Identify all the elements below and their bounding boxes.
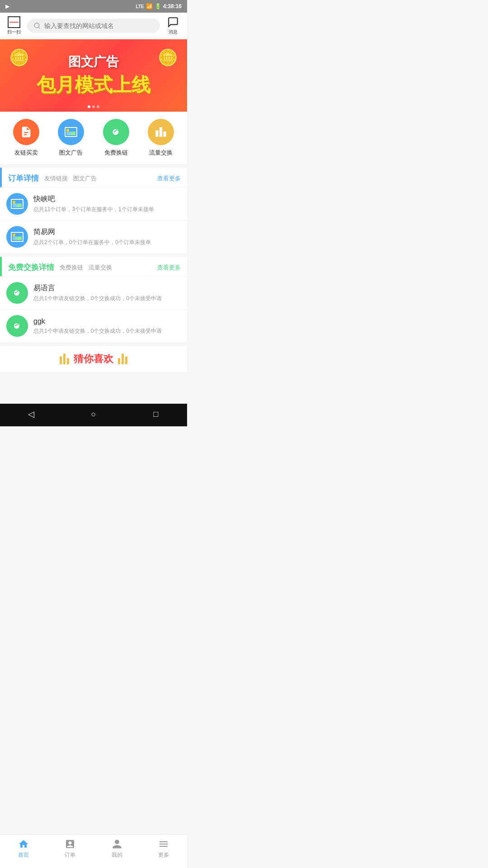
coin-left-icon: 🪙 <box>9 48 29 67</box>
youchain-label: 友链买卖 <box>14 149 38 157</box>
banner-dot-1 <box>88 105 90 108</box>
quick-actions: 友链买卖 图文广告 免费换链 流量交换 <box>0 112 187 164</box>
exchange-desc-1: 总共1个申请友链交换，0个交换成功，0个未接受申请 <box>33 327 181 335</box>
order-section: 订单详情 友情链接 图文广告 查看更多 快峡吧 总共11个订单，3个订单在服务中… <box>0 168 187 253</box>
exchange-section-header: 免费交换详情 免费换链 流量交换 查看更多 <box>0 257 187 276</box>
exchange-tab-1[interactable]: 免费换链 <box>60 264 83 272</box>
liuliang-label: 流量交换 <box>149 149 173 157</box>
recommend-left-bars <box>60 354 69 364</box>
android-nav-bar: ◁ ○ □ <box>0 404 187 426</box>
order-name-1: 简易网 <box>33 227 181 237</box>
bar-3 <box>67 358 69 364</box>
order-desc-1: 总共2个订单，0个订单在服务中，0个订单未接单 <box>33 239 181 246</box>
order-name-0: 快峡吧 <box>33 194 181 204</box>
coin-right-icon: 🪙 <box>158 48 178 67</box>
exchange-icon-0 <box>6 282 28 304</box>
bar-1 <box>60 356 62 364</box>
banner-content: 图文广告 包月模式上线 <box>37 53 150 98</box>
order-section-title: 订单详情 <box>8 173 39 184</box>
order-tab-2[interactable]: 图文广告 <box>73 175 97 183</box>
android-recent-button[interactable]: □ <box>150 408 162 420</box>
exchange-desc-0: 总共1个申请友链交换，0个交换成功，0个未接受申请 <box>33 295 181 302</box>
order-tab-1[interactable]: 友情链接 <box>44 175 68 183</box>
action-mianhuan[interactable]: 免费换链 <box>103 119 129 157</box>
search-input[interactable] <box>44 22 154 29</box>
svg-line-1 <box>38 27 40 28</box>
youchain-icon <box>13 119 39 145</box>
liuliang-icon <box>148 119 174 145</box>
action-youchain[interactable]: 友链买卖 <box>13 119 39 157</box>
order-desc-0: 总共11个订单，3个订单在服务中，1个订单未接单 <box>33 206 181 213</box>
tuwen-label: 图文广告 <box>59 149 83 157</box>
action-tuwen[interactable]: 图文广告 <box>58 119 84 157</box>
lte-icon: LTE <box>136 4 144 9</box>
search-bar[interactable] <box>27 19 160 33</box>
message-button[interactable]: 消息 <box>164 16 183 35</box>
svg-point-0 <box>34 23 39 28</box>
order-item-0[interactable]: 快峡吧 总共11个订单，3个订单在服务中，1个订单未接单 <box>0 187 187 220</box>
exchange-info-1: ggk 总共1个申请友链交换，0个交换成功，0个未接受申请 <box>33 317 181 335</box>
exchange-item-1[interactable]: ggk 总共1个申请友链交换，0个交换成功，0个未接受申请 <box>0 309 187 342</box>
tuwen-icon <box>58 119 84 145</box>
banner-dot-3 <box>97 105 99 108</box>
android-home-button[interactable]: ○ <box>87 408 100 420</box>
exchange-more-button[interactable]: 查看更多 <box>157 264 181 272</box>
message-label: 消息 <box>169 29 178 35</box>
order-info-0: 快峡吧 总共11个订单，3个订单在服务中，1个订单未接单 <box>33 194 181 213</box>
message-icon <box>167 16 179 28</box>
exchange-section-title: 免费交换详情 <box>8 262 54 273</box>
order-item-1[interactable]: 简易网 总共2个订单，0个订单在服务中，0个订单未接单 <box>0 220 187 253</box>
recommend-title: 猜你喜欢 <box>74 352 113 366</box>
exchange-info-0: 易语言 总共1个申请友链交换，0个交换成功，0个未接受申请 <box>33 283 181 302</box>
bar-6 <box>125 356 127 364</box>
bar-2 <box>63 354 66 364</box>
bar-5 <box>122 354 124 364</box>
time-display: 4:38:16 <box>163 3 182 9</box>
battery-icon: 🔋 <box>155 3 161 9</box>
exchange-name-0: 易语言 <box>33 283 181 293</box>
banner-subtitle: 图文广告 <box>37 53 150 71</box>
scan-icon <box>8 16 20 28</box>
scan-label: 扫一扫 <box>7 29 21 35</box>
order-info-1: 简易网 总共2个订单，0个订单在服务中，0个订单未接单 <box>33 227 181 246</box>
top-nav: 扫一扫 消息 <box>0 13 187 39</box>
recommend-section: 猜你喜欢 <box>0 346 187 372</box>
order-icon-1 <box>6 226 28 248</box>
carrier-icon: ▶ <box>5 3 9 9</box>
mianhuan-label: 免费换链 <box>104 149 128 157</box>
status-right: LTE 📶 🔋 4:38:16 <box>136 3 182 9</box>
banner-indicators <box>88 105 99 108</box>
status-bar: ▶ LTE 📶 🔋 4:38:16 <box>0 0 187 13</box>
banner-dot-2 <box>92 105 95 108</box>
exchange-section: 免费交换详情 免费换链 流量交换 查看更多 易语言 总共1个申请友链交换，0个交… <box>0 257 187 342</box>
exchange-tab-2[interactable]: 流量交换 <box>89 264 112 272</box>
order-icon-0 <box>6 193 28 215</box>
exchange-name-1: ggk <box>33 317 181 326</box>
recommend-right-bars <box>118 354 127 364</box>
action-liuliang[interactable]: 流量交换 <box>148 119 174 157</box>
exchange-icon-1 <box>6 315 28 337</box>
bar-4 <box>118 358 120 364</box>
banner[interactable]: 🪙 🪙 图文广告 包月模式上线 <box>0 39 187 112</box>
search-icon <box>33 22 41 29</box>
banner-title: 包月模式上线 <box>37 72 150 98</box>
order-section-header: 订单详情 友情链接 图文广告 查看更多 <box>0 168 187 187</box>
scan-button[interactable]: 扫一扫 <box>5 16 23 35</box>
status-left: ▶ <box>5 3 9 9</box>
order-more-button[interactable]: 查看更多 <box>157 175 181 183</box>
signal-icon: 📶 <box>146 3 153 9</box>
exchange-item-0[interactable]: 易语言 总共1个申请友链交换，0个交换成功，0个未接受申请 <box>0 276 187 309</box>
mianhuan-icon <box>103 119 129 145</box>
android-back-button[interactable]: ◁ <box>25 408 38 420</box>
